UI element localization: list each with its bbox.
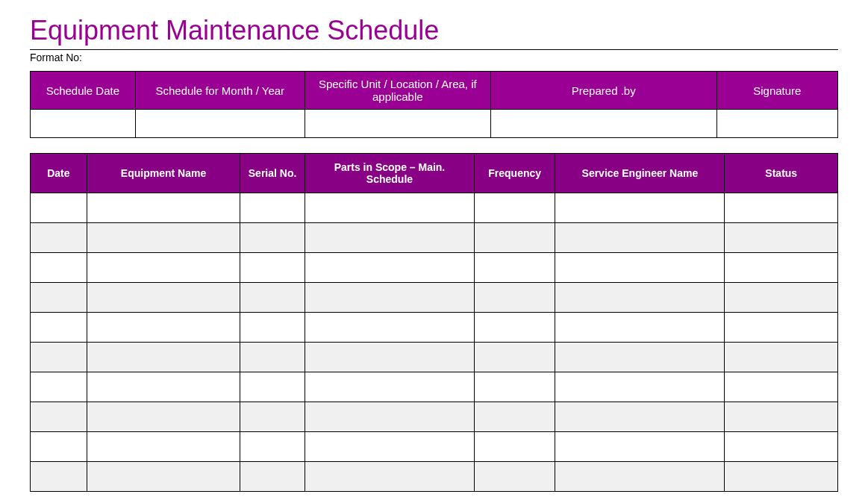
cell-parts_scope[interactable]	[305, 223, 474, 253]
cell-serial_no[interactable]	[240, 283, 305, 313]
cell-parts_scope[interactable]	[305, 343, 474, 372]
cell-engineer[interactable]	[555, 313, 725, 343]
cell-status[interactable]	[725, 313, 838, 343]
cell-status[interactable]	[725, 283, 838, 313]
cell-date[interactable]	[31, 432, 87, 462]
header-signature: Signature	[716, 72, 837, 110]
cell-equipment_name[interactable]	[87, 372, 240, 402]
cell-serial_no[interactable]	[240, 313, 305, 343]
header-unit-location: Specific Unit / Location / Area, if appl…	[305, 72, 490, 110]
cell-serial_no[interactable]	[240, 223, 305, 253]
cell-date[interactable]	[31, 223, 87, 253]
cell-serial_no[interactable]	[240, 462, 305, 492]
title-underline	[30, 49, 838, 50]
cell-parts_scope[interactable]	[305, 253, 474, 283]
header-schedule-date: Schedule Date	[31, 72, 136, 110]
cell-equipment_name[interactable]	[87, 193, 240, 223]
cell-parts_scope[interactable]	[305, 313, 474, 343]
cell-engineer[interactable]	[555, 193, 725, 223]
cell-equipment_name[interactable]	[87, 432, 240, 462]
cell-parts_scope[interactable]	[305, 372, 474, 402]
table-row	[31, 253, 838, 283]
cell-engineer[interactable]	[555, 343, 725, 372]
cell-parts_scope[interactable]	[305, 402, 474, 432]
cell-engineer[interactable]	[555, 402, 725, 432]
cell-status[interactable]	[725, 193, 838, 223]
cell-date[interactable]	[31, 253, 87, 283]
cell-serial_no[interactable]	[240, 372, 305, 402]
cell-equipment_name[interactable]	[87, 313, 240, 343]
table-row	[31, 223, 838, 253]
cell-equipment_name[interactable]	[87, 283, 240, 313]
header-prepared-by: Prepared .by	[490, 72, 716, 110]
cell-parts_scope[interactable]	[305, 283, 474, 313]
header-frequency: Frequency	[475, 154, 555, 193]
meta-table: Schedule Date Schedule for Month / Year …	[30, 71, 838, 138]
table-row	[31, 313, 838, 343]
cell-date[interactable]	[31, 402, 87, 432]
cell-serial_no[interactable]	[240, 193, 305, 223]
cell-frequency[interactable]	[475, 372, 555, 402]
header-equipment-name: Equipment Name	[87, 154, 240, 193]
cell-equipment_name[interactable]	[87, 462, 240, 492]
cell-equipment_name[interactable]	[87, 223, 240, 253]
cell-prepared-by[interactable]	[490, 110, 716, 138]
page-title: Equipment Maintenance Schedule	[30, 15, 838, 46]
table-row	[31, 402, 838, 432]
data-table: Date Equipment Name Serial No. Parts in …	[30, 153, 838, 492]
cell-engineer[interactable]	[555, 253, 725, 283]
cell-parts_scope[interactable]	[305, 193, 474, 223]
cell-schedule-date[interactable]	[31, 110, 136, 138]
cell-date[interactable]	[31, 462, 87, 492]
cell-status[interactable]	[725, 223, 838, 253]
header-parts-scope: Parts in Scope – Main. Schedule	[305, 154, 474, 193]
cell-status[interactable]	[725, 372, 838, 402]
header-date: Date	[31, 154, 87, 193]
cell-status[interactable]	[725, 402, 838, 432]
table-row	[31, 432, 838, 462]
table-row	[31, 372, 838, 402]
table-row	[31, 462, 838, 492]
cell-parts_scope[interactable]	[305, 432, 474, 462]
cell-engineer[interactable]	[555, 283, 725, 313]
cell-serial_no[interactable]	[240, 402, 305, 432]
cell-frequency[interactable]	[475, 253, 555, 283]
cell-frequency[interactable]	[475, 343, 555, 372]
cell-date[interactable]	[31, 193, 87, 223]
cell-serial_no[interactable]	[240, 253, 305, 283]
cell-equipment_name[interactable]	[87, 402, 240, 432]
cell-unit-location[interactable]	[305, 110, 490, 138]
cell-engineer[interactable]	[555, 372, 725, 402]
header-serial-no: Serial No.	[240, 154, 305, 193]
cell-status[interactable]	[725, 253, 838, 283]
cell-frequency[interactable]	[475, 313, 555, 343]
header-engineer: Service Engineer Name	[555, 154, 725, 193]
cell-frequency[interactable]	[475, 432, 555, 462]
header-status: Status	[725, 154, 838, 193]
cell-frequency[interactable]	[475, 462, 555, 492]
cell-engineer[interactable]	[555, 432, 725, 462]
cell-schedule-for[interactable]	[135, 110, 305, 138]
cell-serial_no[interactable]	[240, 432, 305, 462]
header-schedule-for: Schedule for Month / Year	[135, 72, 305, 110]
cell-equipment_name[interactable]	[87, 343, 240, 372]
format-no-label: Format No:	[30, 51, 838, 63]
cell-date[interactable]	[31, 372, 87, 402]
cell-frequency[interactable]	[475, 193, 555, 223]
cell-date[interactable]	[31, 313, 87, 343]
cell-signature[interactable]	[716, 110, 837, 138]
cell-engineer[interactable]	[555, 462, 725, 492]
cell-frequency[interactable]	[475, 223, 555, 253]
cell-engineer[interactable]	[555, 223, 725, 253]
cell-status[interactable]	[725, 462, 838, 492]
cell-parts_scope[interactable]	[305, 462, 474, 492]
cell-equipment_name[interactable]	[87, 253, 240, 283]
cell-status[interactable]	[725, 432, 838, 462]
cell-frequency[interactable]	[475, 283, 555, 313]
cell-date[interactable]	[31, 283, 87, 313]
cell-frequency[interactable]	[475, 402, 555, 432]
cell-serial_no[interactable]	[240, 343, 305, 372]
cell-status[interactable]	[725, 343, 838, 372]
cell-date[interactable]	[31, 343, 87, 372]
table-row	[31, 343, 838, 372]
